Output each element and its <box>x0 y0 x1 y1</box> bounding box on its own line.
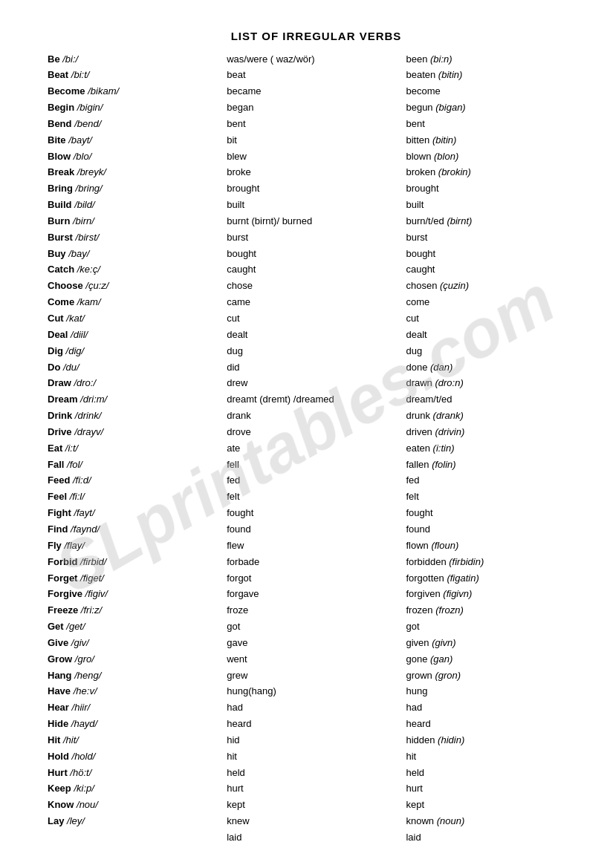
table-row: Draw /dro:/drew drawn (dro:n) <box>45 376 588 392</box>
phonetic: /kam/ <box>77 296 101 307</box>
pp-form-cell: driven (drivin) <box>403 424 588 440</box>
phonetic: /figet/ <box>80 572 104 584</box>
table-row: Drive /drayv/drove driven (drivin) <box>45 424 588 440</box>
phonetic: /hiir/ <box>72 702 91 713</box>
base-form-cell: Draw /dro:/ <box>45 376 224 392</box>
pp-form-cell: flown (floun) <box>403 538 588 554</box>
base-word: Burst <box>48 232 73 243</box>
past-form-cell: did <box>224 359 403 376</box>
base-word: Fight <box>48 507 71 518</box>
table-row: Lay /ley/knew known (noun) <box>45 814 588 830</box>
base-word: Beat <box>48 69 68 80</box>
pp-form-cell: forgiven (figivn) <box>403 587 588 603</box>
pp-phonetic: (bitin) <box>438 69 463 80</box>
past-form-cell: hit <box>224 748 403 765</box>
pp-phonetic: (bi:n) <box>430 53 452 65</box>
pp-form-cell: built <box>403 198 588 214</box>
pp-phonetic: (birnt) <box>447 215 472 226</box>
past-form-cell: brought <box>224 181 403 198</box>
table-row: Fly /flay/flew flown (floun) <box>45 538 588 554</box>
base-word: Draw <box>48 377 71 388</box>
pp-form-cell: had <box>403 700 588 717</box>
base-form-cell: Come /kam/ <box>45 295 224 311</box>
base-word: Buy <box>48 248 66 259</box>
table-row: Bring /bring/brought brought <box>45 181 588 198</box>
table-row: Bite /bayt/bit bitten (bitin) <box>45 132 588 149</box>
pp-form-cell: fought <box>403 506 588 522</box>
base-form-cell: Find /faynd/ <box>45 521 224 538</box>
base-form-cell: Drink /drink/ <box>45 408 224 425</box>
table-row: Do /du/did done (dan) <box>45 359 588 376</box>
past-form-cell: felt <box>224 489 403 506</box>
table-row: Forbid /firbid/forbade forbidden (firbid… <box>45 554 588 570</box>
past-form-cell: held <box>224 765 403 781</box>
pp-form-cell: drunk (drank) <box>403 408 588 425</box>
table-row: Come /kam/came come <box>45 295 588 311</box>
past-form-cell: built <box>224 198 403 214</box>
base-form-cell: Fall /fol/ <box>45 457 224 473</box>
table-row: Have /he:v/hung(hang)hung <box>45 684 588 700</box>
base-form-cell: Buy /bay/ <box>45 246 224 262</box>
phonetic: /he:v/ <box>74 685 97 696</box>
base-form-cell: Hang /heng/ <box>45 668 224 684</box>
phonetic: /bi:t/ <box>71 69 90 80</box>
pp-form-cell: fed <box>403 473 588 489</box>
base-word: Deal <box>48 329 68 340</box>
past-form-cell: was/were ( waz/wör) <box>224 51 403 68</box>
past-form-cell: hung(hang) <box>224 684 403 700</box>
pp-form-cell: laid <box>403 830 588 846</box>
phonetic: /bild/ <box>74 199 94 210</box>
table-row: Burst /birst/burstburst <box>45 229 588 246</box>
base-form-cell: Freeze /fri:z/ <box>45 603 224 619</box>
phonetic: /hit/ <box>63 734 79 745</box>
base-form-cell: Build /bild/ <box>45 198 224 214</box>
table-row: Fight /fayt/fought fought <box>45 506 588 522</box>
table-row: Dream /dri:m/dreamt (dremt) /dreameddrea… <box>45 392 588 408</box>
table-row: Know /nou/kept kept <box>45 797 588 814</box>
table-row: Freeze /fri:z/froze frozen (frozn) <box>45 603 588 619</box>
pp-form-cell: hung <box>403 684 588 700</box>
phonetic: /ley/ <box>67 815 85 826</box>
phonetic: /faynd/ <box>71 523 100 535</box>
phonetic: /çu:z/ <box>85 280 108 291</box>
table-row: Eat /i:t/ate eaten (i:tin) <box>45 440 588 457</box>
base-word: Cut <box>48 313 64 324</box>
table-row: Cut /kat/cutcut <box>45 311 588 327</box>
pp-phonetic: (dro:n) <box>435 377 463 388</box>
pp-form-cell: dug <box>403 343 588 359</box>
base-word: Begin <box>48 102 74 113</box>
pp-phonetic: (gan) <box>430 653 452 665</box>
table-row: Begin /bigin/began begun (bigan) <box>45 100 588 117</box>
pp-form-cell: blown (blon) <box>403 149 588 165</box>
phonetic: /dri:m/ <box>80 394 107 405</box>
base-word: Feed <box>48 474 70 486</box>
past-form-cell: cut <box>224 311 403 327</box>
past-form-cell: forbade <box>224 554 403 570</box>
table-row: Catch /ke:ç/caught caught <box>45 262 588 278</box>
phonetic: /bend/ <box>74 118 101 129</box>
base-word: Become <box>48 85 85 97</box>
past-form-cell: found <box>224 521 403 538</box>
phonetic: /i:t/ <box>65 443 78 454</box>
past-form-cell: came <box>224 295 403 311</box>
phonetic: /drayv/ <box>74 426 103 437</box>
base-word: Break <box>48 166 74 177</box>
past-form-cell: knew <box>224 814 403 830</box>
base-word: Hang <box>48 670 72 681</box>
pp-phonetic: (i:tin) <box>433 443 455 454</box>
pp-phonetic: (blon) <box>434 151 458 162</box>
table-row: Grow /gro/went gone (gan) <box>45 651 588 668</box>
past-form-cell: fed <box>224 473 403 489</box>
table-row: Find /faynd/found found <box>45 521 588 538</box>
base-word: Dream <box>48 394 77 405</box>
phonetic: /breyk/ <box>77 166 106 177</box>
pp-form-cell: burst <box>403 229 588 246</box>
base-form-cell: Bend /bend/ <box>45 116 224 132</box>
table-row: Dig /dig/dug dug <box>45 343 588 359</box>
pp-phonetic: (figatin) <box>447 572 478 584</box>
pp-form-cell: hit <box>403 748 588 765</box>
base-form-cell: Hear /hiir/ <box>45 700 224 717</box>
past-form-cell: hid <box>224 732 403 748</box>
pp-form-cell: got <box>403 619 588 636</box>
base-word: Burn <box>48 215 70 226</box>
